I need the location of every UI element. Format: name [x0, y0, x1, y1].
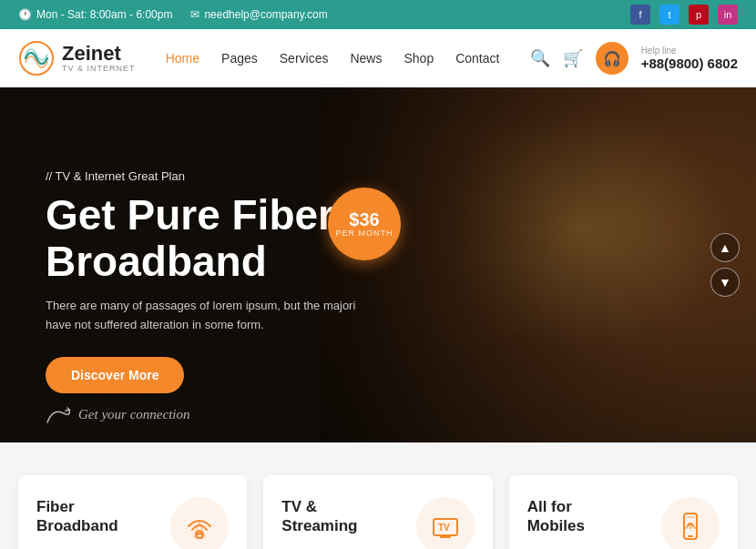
curly-arrow-icon [46, 406, 73, 424]
nav-home[interactable]: Home [166, 51, 199, 66]
hours-item: 🕐 Mon - Sat: 8:00am - 6:00pm [18, 8, 172, 21]
headset-icon: 🎧 [603, 50, 621, 67]
wifi-icon [183, 510, 216, 543]
logo: Zeinet TV & INTERNET [18, 40, 136, 76]
tv-icon: TV [429, 510, 462, 543]
service-icon-wrap-mobile [661, 497, 720, 549]
top-bar: 🕐 Mon - Sat: 8:00am - 6:00pm ✉ needhelp@… [0, 0, 756, 29]
services-section: FiberBroadband Nam nec est id dui effici… [0, 442, 756, 549]
hero-subtitle: // TV & Internet Great Plan [46, 169, 373, 183]
email-text: needhelp@company.com [204, 8, 327, 21]
slider-down-arrow[interactable]: ▼ [710, 268, 740, 297]
service-title-mobile: All forMobiles [527, 497, 585, 536]
price-amount: $36 [349, 210, 379, 229]
email-icon: ✉ [190, 8, 199, 21]
top-bar-left: 🕐 Mon - Sat: 8:00am - 6:00pm ✉ needhelp@… [18, 8, 328, 21]
service-card-tv: TV &Streaming TV Nam nec est id dui effi… [263, 475, 492, 549]
service-card-fiber: FiberBroadband Nam nec est id dui effici… [18, 475, 247, 549]
search-icon[interactable]: 🔍 [530, 48, 550, 68]
svg-text:TV: TV [438, 523, 450, 533]
social-icons: f t p in [630, 5, 738, 25]
logo-svg [18, 40, 55, 76]
instagram-icon[interactable]: in [718, 5, 738, 25]
hours-text: Mon - Sat: 8:00am - 6:00pm [36, 8, 172, 21]
service-card-mobile: All forMobiles Nam nec est id dui effici… [509, 475, 738, 549]
hero-description: There are many of passages of lorem ipsu… [46, 297, 373, 335]
logo-name: Zeinet [62, 44, 136, 64]
hero-title-line1: Get Pure Fiber [46, 191, 334, 239]
price-per: PER MONTH [336, 229, 393, 238]
nav-links: Home Pages Services News Shop Contact [166, 51, 500, 66]
facebook-icon[interactable]: f [630, 5, 650, 25]
service-card-top-tv: TV &Streaming TV [281, 497, 474, 549]
nav-pages[interactable]: Pages [221, 51, 258, 66]
service-title-tv: TV &Streaming [281, 497, 357, 536]
service-icon-wrap-fiber [170, 497, 229, 549]
mobile-icon [674, 510, 707, 543]
helpline-label: Help line [641, 46, 677, 56]
pinterest-icon[interactable]: p [689, 5, 709, 25]
service-card-top-mobile: All forMobiles [527, 497, 720, 549]
nav-services[interactable]: Services [280, 51, 329, 66]
nav-news[interactable]: News [350, 51, 382, 66]
cursive-label: Get your connection [78, 407, 189, 422]
discover-more-button[interactable]: Discover More [46, 357, 184, 393]
slider-arrows: ▲ ▼ [710, 233, 740, 297]
support-icon[interactable]: 🎧 [596, 42, 628, 75]
service-card-top-fiber: FiberBroadband [36, 497, 229, 549]
helpline: Help line +88(9800) 6802 [641, 46, 738, 71]
nav-right: 🔍 🛒 🎧 Help line +88(9800) 6802 [530, 42, 738, 75]
hero-title-line2: Broadband [46, 238, 267, 285]
hero-section: $36 PER MONTH ▲ ▼ // TV & Internet Great… [0, 87, 756, 442]
hero-content: // TV & Internet Great Plan Get Pure Fib… [46, 169, 373, 424]
cart-icon[interactable]: 🛒 [563, 48, 583, 68]
service-icon-wrap-tv: TV [416, 497, 475, 549]
logo-text-wrap: Zeinet TV & INTERNET [62, 44, 136, 73]
email-item: ✉ needhelp@company.com [190, 8, 327, 21]
nav-shop[interactable]: Shop [404, 51, 434, 66]
svg-point-14 [690, 527, 691, 529]
service-title-fiber: FiberBroadband [36, 497, 118, 536]
hero-title: Get Pure Fiber Broadband [46, 192, 373, 284]
logo-subtitle: TV & INTERNET [62, 64, 136, 73]
price-badge: $36 PER MONTH [328, 188, 401, 260]
svg-rect-13 [687, 516, 694, 518]
navbar: Zeinet TV & INTERNET Home Pages Services… [0, 29, 756, 87]
nav-contact[interactable]: Contact [455, 51, 499, 66]
clock-icon: 🕐 [18, 8, 32, 21]
hero-cursive-text: Get your connection [46, 406, 373, 424]
helpline-number: +88(9800) 6802 [641, 56, 738, 71]
slider-up-arrow[interactable]: ▲ [710, 233, 740, 262]
twitter-icon[interactable]: t [659, 5, 679, 25]
